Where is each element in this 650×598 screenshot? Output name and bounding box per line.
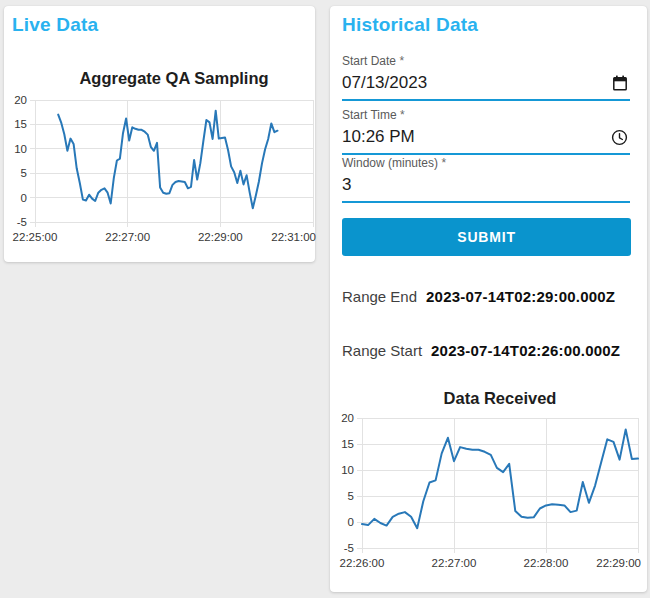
range-end-value: 2023-07-14T02:29:00.000Z bbox=[426, 288, 615, 305]
submit-button[interactable]: SUBMIT bbox=[342, 218, 631, 256]
window-minutes-label: Window (minutes) * bbox=[342, 156, 630, 170]
svg-text:22:28:00: 22:28:00 bbox=[524, 557, 569, 569]
svg-text:22:31:00: 22:31:00 bbox=[271, 231, 316, 243]
svg-text:22:29:00: 22:29:00 bbox=[596, 557, 641, 569]
aggregate-qa-sampling-chart: Aggregate QA Sampling20151050-522:25:002… bbox=[5, 64, 315, 248]
range-end-label: Range End bbox=[342, 288, 417, 305]
data-received-chart: Data Received20151050-522:26:0022:27:002… bbox=[332, 384, 642, 574]
svg-text:20: 20 bbox=[14, 94, 27, 106]
start-time-value: 10:26 PM bbox=[342, 127, 415, 147]
svg-text:5: 5 bbox=[21, 167, 27, 179]
required-marker: * bbox=[441, 156, 446, 170]
svg-text:22:29:00: 22:29:00 bbox=[198, 231, 243, 243]
required-marker: * bbox=[400, 108, 405, 122]
svg-text:5: 5 bbox=[348, 490, 354, 502]
svg-text:22:27:00: 22:27:00 bbox=[105, 231, 150, 243]
start-date-value: 07/13/2023 bbox=[342, 73, 427, 93]
svg-text:-5: -5 bbox=[17, 216, 27, 228]
svg-text:Aggregate QA Sampling: Aggregate QA Sampling bbox=[79, 69, 268, 87]
range-end-row: Range End 2023-07-14T02:29:00.000Z bbox=[342, 288, 615, 305]
range-start-label: Range Start bbox=[342, 342, 422, 359]
clock-icon[interactable] bbox=[611, 129, 628, 146]
window-minutes-field[interactable]: Window (minutes) * 3 bbox=[342, 156, 630, 203]
svg-text:22:25:00: 22:25:00 bbox=[13, 231, 58, 243]
range-start-row: Range Start 2023-07-14T02:26:00.000Z bbox=[342, 342, 620, 359]
start-time-label: Start Time * bbox=[342, 108, 630, 122]
svg-text:0: 0 bbox=[21, 192, 27, 204]
live-panel-title: Live Data bbox=[12, 13, 98, 37]
svg-text:15: 15 bbox=[341, 438, 354, 450]
historical-data-panel: Historical Data Start Date * 07/13/2023 bbox=[330, 6, 647, 592]
svg-text:20: 20 bbox=[341, 412, 354, 424]
historical-panel-title: Historical Data bbox=[342, 13, 478, 37]
svg-text:22:26:00: 22:26:00 bbox=[340, 557, 385, 569]
range-start-value: 2023-07-14T02:26:00.000Z bbox=[431, 342, 620, 359]
svg-text:Data Received: Data Received bbox=[444, 389, 557, 407]
svg-text:0: 0 bbox=[348, 516, 354, 528]
window-minutes-value: 3 bbox=[342, 175, 351, 195]
required-marker: * bbox=[399, 54, 404, 68]
start-date-label: Start Date * bbox=[342, 54, 630, 68]
dashboard-page: Live Data Aggregate QA Sampling20151050-… bbox=[0, 0, 650, 598]
svg-text:10: 10 bbox=[14, 143, 27, 155]
calendar-icon[interactable] bbox=[612, 75, 628, 92]
svg-text:10: 10 bbox=[341, 464, 354, 476]
svg-text:22:27:00: 22:27:00 bbox=[432, 557, 477, 569]
start-date-field[interactable]: Start Date * 07/13/2023 bbox=[342, 54, 630, 101]
svg-text:15: 15 bbox=[14, 118, 27, 130]
live-data-panel: Live Data Aggregate QA Sampling20151050-… bbox=[4, 6, 315, 262]
start-time-field[interactable]: Start Time * 10:26 PM bbox=[342, 108, 630, 155]
svg-text:-5: -5 bbox=[344, 542, 354, 554]
